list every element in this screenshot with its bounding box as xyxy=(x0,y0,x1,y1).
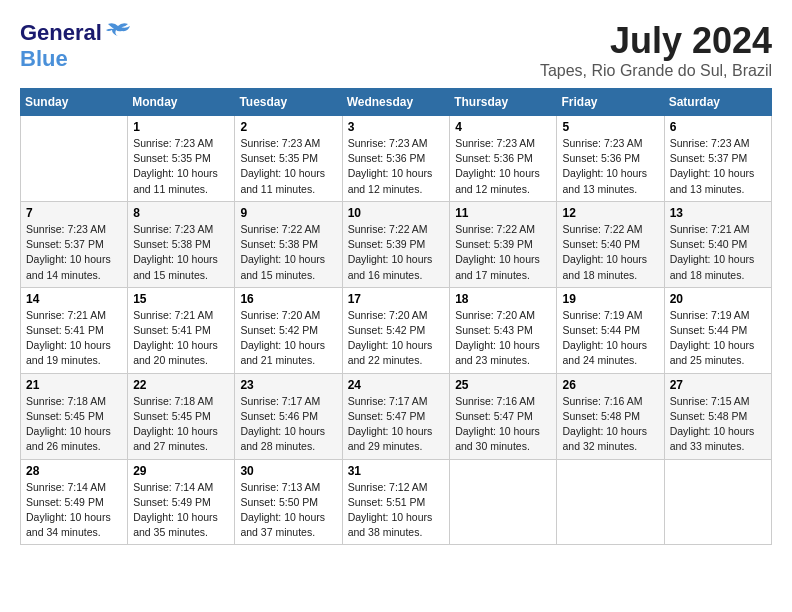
calendar-cell: 31Sunrise: 7:12 AMSunset: 5:51 PMDayligh… xyxy=(342,459,450,545)
day-info: Sunrise: 7:16 AMSunset: 5:48 PMDaylight:… xyxy=(562,394,658,455)
calendar-cell: 8Sunrise: 7:23 AMSunset: 5:38 PMDaylight… xyxy=(128,201,235,287)
day-number: 9 xyxy=(240,206,336,220)
calendar-table: Sunday Monday Tuesday Wednesday Thursday… xyxy=(20,88,772,545)
day-number: 10 xyxy=(348,206,445,220)
day-number: 24 xyxy=(348,378,445,392)
day-number: 25 xyxy=(455,378,551,392)
calendar-cell: 23Sunrise: 7:17 AMSunset: 5:46 PMDayligh… xyxy=(235,373,342,459)
day-number: 15 xyxy=(133,292,229,306)
day-info: Sunrise: 7:15 AMSunset: 5:48 PMDaylight:… xyxy=(670,394,766,455)
day-info: Sunrise: 7:17 AMSunset: 5:47 PMDaylight:… xyxy=(348,394,445,455)
day-number: 14 xyxy=(26,292,122,306)
day-info: Sunrise: 7:12 AMSunset: 5:51 PMDaylight:… xyxy=(348,480,445,541)
calendar-cell: 11Sunrise: 7:22 AMSunset: 5:39 PMDayligh… xyxy=(450,201,557,287)
calendar-week-row: 21Sunrise: 7:18 AMSunset: 5:45 PMDayligh… xyxy=(21,373,772,459)
day-number: 23 xyxy=(240,378,336,392)
calendar-cell: 13Sunrise: 7:21 AMSunset: 5:40 PMDayligh… xyxy=(664,201,771,287)
calendar-cell: 24Sunrise: 7:17 AMSunset: 5:47 PMDayligh… xyxy=(342,373,450,459)
day-number: 21 xyxy=(26,378,122,392)
day-info: Sunrise: 7:23 AMSunset: 5:37 PMDaylight:… xyxy=(26,222,122,283)
calendar-cell: 29Sunrise: 7:14 AMSunset: 5:49 PMDayligh… xyxy=(128,459,235,545)
day-number: 22 xyxy=(133,378,229,392)
calendar-cell: 22Sunrise: 7:18 AMSunset: 5:45 PMDayligh… xyxy=(128,373,235,459)
day-number: 31 xyxy=(348,464,445,478)
calendar-body: 1Sunrise: 7:23 AMSunset: 5:35 PMDaylight… xyxy=(21,116,772,545)
calendar-cell xyxy=(21,116,128,202)
day-info: Sunrise: 7:20 AMSunset: 5:42 PMDaylight:… xyxy=(348,308,445,369)
day-number: 11 xyxy=(455,206,551,220)
day-info: Sunrise: 7:21 AMSunset: 5:41 PMDaylight:… xyxy=(26,308,122,369)
day-info: Sunrise: 7:19 AMSunset: 5:44 PMDaylight:… xyxy=(562,308,658,369)
calendar-cell: 1Sunrise: 7:23 AMSunset: 5:35 PMDaylight… xyxy=(128,116,235,202)
header-row: Sunday Monday Tuesday Wednesday Thursday… xyxy=(21,89,772,116)
calendar-week-row: 14Sunrise: 7:21 AMSunset: 5:41 PMDayligh… xyxy=(21,287,772,373)
col-sunday: Sunday xyxy=(21,89,128,116)
col-wednesday: Wednesday xyxy=(342,89,450,116)
day-info: Sunrise: 7:18 AMSunset: 5:45 PMDaylight:… xyxy=(26,394,122,455)
day-info: Sunrise: 7:23 AMSunset: 5:35 PMDaylight:… xyxy=(240,136,336,197)
calendar-cell xyxy=(557,459,664,545)
calendar-cell xyxy=(450,459,557,545)
title-section: July 2024 Tapes, Rio Grande do Sul, Braz… xyxy=(540,20,772,80)
day-number: 30 xyxy=(240,464,336,478)
location-text: Tapes, Rio Grande do Sul, Brazil xyxy=(540,62,772,80)
col-monday: Monday xyxy=(128,89,235,116)
calendar-week-row: 1Sunrise: 7:23 AMSunset: 5:35 PMDaylight… xyxy=(21,116,772,202)
calendar-cell: 25Sunrise: 7:16 AMSunset: 5:47 PMDayligh… xyxy=(450,373,557,459)
calendar-cell: 27Sunrise: 7:15 AMSunset: 5:48 PMDayligh… xyxy=(664,373,771,459)
day-number: 20 xyxy=(670,292,766,306)
day-info: Sunrise: 7:21 AMSunset: 5:41 PMDaylight:… xyxy=(133,308,229,369)
calendar-cell: 28Sunrise: 7:14 AMSunset: 5:49 PMDayligh… xyxy=(21,459,128,545)
day-info: Sunrise: 7:19 AMSunset: 5:44 PMDaylight:… xyxy=(670,308,766,369)
day-number: 7 xyxy=(26,206,122,220)
calendar-cell: 19Sunrise: 7:19 AMSunset: 5:44 PMDayligh… xyxy=(557,287,664,373)
calendar-cell: 5Sunrise: 7:23 AMSunset: 5:36 PMDaylight… xyxy=(557,116,664,202)
calendar-cell: 7Sunrise: 7:23 AMSunset: 5:37 PMDaylight… xyxy=(21,201,128,287)
calendar-header: Sunday Monday Tuesday Wednesday Thursday… xyxy=(21,89,772,116)
day-info: Sunrise: 7:23 AMSunset: 5:36 PMDaylight:… xyxy=(348,136,445,197)
logo-blue-text: Blue xyxy=(20,46,68,71)
day-number: 29 xyxy=(133,464,229,478)
col-saturday: Saturday xyxy=(664,89,771,116)
calendar-week-row: 7Sunrise: 7:23 AMSunset: 5:37 PMDaylight… xyxy=(21,201,772,287)
calendar-cell: 20Sunrise: 7:19 AMSunset: 5:44 PMDayligh… xyxy=(664,287,771,373)
day-number: 16 xyxy=(240,292,336,306)
day-number: 2 xyxy=(240,120,336,134)
day-number: 6 xyxy=(670,120,766,134)
day-info: Sunrise: 7:20 AMSunset: 5:43 PMDaylight:… xyxy=(455,308,551,369)
day-info: Sunrise: 7:14 AMSunset: 5:49 PMDaylight:… xyxy=(133,480,229,541)
day-info: Sunrise: 7:16 AMSunset: 5:47 PMDaylight:… xyxy=(455,394,551,455)
day-info: Sunrise: 7:17 AMSunset: 5:46 PMDaylight:… xyxy=(240,394,336,455)
calendar-cell xyxy=(664,459,771,545)
day-info: Sunrise: 7:22 AMSunset: 5:39 PMDaylight:… xyxy=(348,222,445,283)
calendar-cell: 9Sunrise: 7:22 AMSunset: 5:38 PMDaylight… xyxy=(235,201,342,287)
day-number: 12 xyxy=(562,206,658,220)
day-info: Sunrise: 7:22 AMSunset: 5:39 PMDaylight:… xyxy=(455,222,551,283)
month-year-title: July 2024 xyxy=(540,20,772,62)
calendar-cell: 15Sunrise: 7:21 AMSunset: 5:41 PMDayligh… xyxy=(128,287,235,373)
day-number: 4 xyxy=(455,120,551,134)
day-info: Sunrise: 7:23 AMSunset: 5:37 PMDaylight:… xyxy=(670,136,766,197)
day-number: 8 xyxy=(133,206,229,220)
calendar-cell: 16Sunrise: 7:20 AMSunset: 5:42 PMDayligh… xyxy=(235,287,342,373)
day-number: 27 xyxy=(670,378,766,392)
day-number: 5 xyxy=(562,120,658,134)
day-number: 13 xyxy=(670,206,766,220)
calendar-cell: 21Sunrise: 7:18 AMSunset: 5:45 PMDayligh… xyxy=(21,373,128,459)
logo: General Blue xyxy=(20,20,132,72)
day-number: 19 xyxy=(562,292,658,306)
calendar-cell: 10Sunrise: 7:22 AMSunset: 5:39 PMDayligh… xyxy=(342,201,450,287)
calendar-cell: 18Sunrise: 7:20 AMSunset: 5:43 PMDayligh… xyxy=(450,287,557,373)
calendar-week-row: 28Sunrise: 7:14 AMSunset: 5:49 PMDayligh… xyxy=(21,459,772,545)
calendar-cell: 30Sunrise: 7:13 AMSunset: 5:50 PMDayligh… xyxy=(235,459,342,545)
day-info: Sunrise: 7:21 AMSunset: 5:40 PMDaylight:… xyxy=(670,222,766,283)
calendar-cell: 17Sunrise: 7:20 AMSunset: 5:42 PMDayligh… xyxy=(342,287,450,373)
day-info: Sunrise: 7:22 AMSunset: 5:40 PMDaylight:… xyxy=(562,222,658,283)
col-friday: Friday xyxy=(557,89,664,116)
calendar-cell: 26Sunrise: 7:16 AMSunset: 5:48 PMDayligh… xyxy=(557,373,664,459)
logo-general-text: General xyxy=(20,20,102,46)
day-number: 26 xyxy=(562,378,658,392)
day-info: Sunrise: 7:23 AMSunset: 5:38 PMDaylight:… xyxy=(133,222,229,283)
calendar-cell: 3Sunrise: 7:23 AMSunset: 5:36 PMDaylight… xyxy=(342,116,450,202)
day-info: Sunrise: 7:13 AMSunset: 5:50 PMDaylight:… xyxy=(240,480,336,541)
